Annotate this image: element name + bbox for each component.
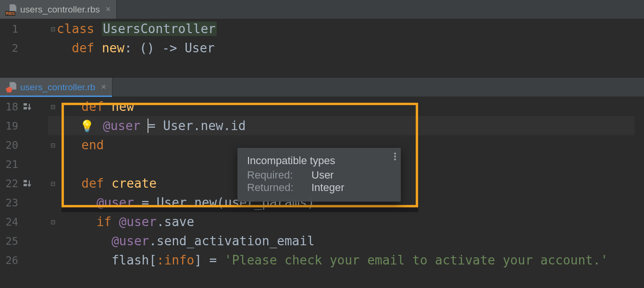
svg-rect-1 <box>24 107 27 109</box>
code-token: :info <box>157 253 194 267</box>
code-token: .send_activation_email <box>149 234 314 248</box>
code-token <box>66 215 97 229</box>
code-token: def <box>72 41 102 55</box>
code-token: = User.new.id <box>148 119 246 133</box>
code-line[interactable]: 2 def new: () -> User <box>0 38 644 58</box>
fold-toggle[interactable]: ⊟ <box>49 179 57 188</box>
tab-filename: users_controller.rbs <box>20 4 100 15</box>
code-token: : () -> User <box>124 41 215 55</box>
code-content[interactable]: def create <box>57 176 157 191</box>
code-token: def <box>81 99 111 114</box>
editor-pane-rb: users_controller.rb × Incompatible types… <box>0 78 644 269</box>
code-token: @user <box>119 215 157 229</box>
code-token <box>66 99 81 114</box>
navigate-down-icon[interactable] <box>23 179 33 188</box>
code-token: create <box>111 176 157 191</box>
code-token: @user <box>103 119 140 133</box>
fold-toggle[interactable]: ⊟ <box>49 102 57 111</box>
line-number: 20 <box>0 139 21 151</box>
code-token: class <box>57 22 102 36</box>
code-content[interactable]: @user.send_activation_email <box>57 234 315 248</box>
line-number: 18 <box>0 101 21 113</box>
fold-toggle[interactable]: ⊟ <box>49 24 57 34</box>
code-editor-bottom[interactable]: Incompatible types Required: User Return… <box>0 97 644 270</box>
type-error-tooltip: Incompatible types Required: User Return… <box>237 148 401 202</box>
tooltip-returned-value: Integer <box>311 181 345 194</box>
tooltip-returned-label: Returned: <box>247 181 305 194</box>
code-token <box>66 176 81 191</box>
code-token: 'Please check your email to activate you… <box>224 253 608 267</box>
gutter-icons <box>21 102 49 111</box>
code-token <box>66 234 111 248</box>
line-number: 19 <box>0 120 21 132</box>
code-token <box>66 195 97 210</box>
gutter-icons <box>21 179 49 188</box>
tab-rb[interactable]: users_controller.rb × <box>0 78 112 96</box>
code-token: end <box>81 138 104 152</box>
tab-bar-top: users_controller.rbs × <box>0 0 644 19</box>
close-icon[interactable]: × <box>106 4 111 14</box>
line-number: 1 <box>0 23 21 35</box>
code-line[interactable]: 24⊟ if @user.save <box>0 212 644 231</box>
code-token: .save <box>157 215 194 229</box>
code-content[interactable]: if @user.save <box>57 215 194 229</box>
code-content[interactable]: class UsersController <box>57 22 217 36</box>
code-content[interactable]: def new: () -> User <box>57 41 215 55</box>
tab-filename: users_controller.rb <box>20 82 95 93</box>
tab-rbs[interactable]: users_controller.rbs × <box>0 0 117 19</box>
code-content[interactable]: def new <box>57 99 134 114</box>
code-token <box>140 119 148 133</box>
svg-rect-0 <box>24 103 27 106</box>
intention-bulb-icon[interactable]: 💡 <box>80 120 94 133</box>
code-editor-top[interactable]: 1⊟class UsersController2 def new: () -> … <box>0 19 644 58</box>
tooltip-required-value: User <box>311 169 334 181</box>
close-icon[interactable]: × <box>101 82 106 92</box>
line-number: 23 <box>0 197 21 209</box>
code-token: ] = <box>194 253 224 267</box>
code-token <box>57 41 72 55</box>
line-number: 26 <box>0 254 21 266</box>
tab-bar-bottom: users_controller.rb × <box>0 78 644 97</box>
line-number: 2 <box>0 42 21 54</box>
fold-toggle[interactable]: ⊟ <box>49 217 57 227</box>
code-token: def <box>81 176 111 191</box>
navigate-down-icon[interactable] <box>23 102 33 111</box>
editor-pane-rbs: users_controller.rbs × 1⊟class UsersCont… <box>0 0 644 78</box>
code-token: new <box>102 41 124 55</box>
svg-rect-2 <box>24 180 27 182</box>
code-content[interactable]: end <box>57 138 104 152</box>
code-token: new <box>111 99 134 114</box>
code-line[interactable]: 1⊟class UsersController <box>0 19 644 38</box>
code-token <box>66 138 81 152</box>
rbs-file-icon <box>6 4 16 15</box>
code-token: flash[ <box>66 253 157 267</box>
svg-rect-3 <box>24 184 27 186</box>
code-line[interactable]: 26 flash[:info] = 'Please check your ema… <box>0 251 644 270</box>
line-number: 22 <box>0 178 21 190</box>
rb-file-icon <box>6 82 16 93</box>
fold-toggle[interactable]: ⊟ <box>49 141 57 150</box>
code-token: @user <box>111 234 149 248</box>
code-line[interactable]: 19💡@user = User.new.id <box>0 116 644 135</box>
code-line[interactable]: 18⊟ def new <box>0 97 644 116</box>
kebab-menu-icon[interactable] <box>394 153 396 160</box>
code-token: @user <box>97 195 134 210</box>
code-content[interactable]: 💡@user = User.new.id <box>57 119 246 133</box>
line-number: 25 <box>0 235 21 247</box>
code-token: if <box>97 215 119 229</box>
tooltip-required-label: Required: <box>247 169 305 181</box>
code-line[interactable]: 25 @user.send_activation_email <box>0 231 644 251</box>
line-number: 21 <box>0 158 21 170</box>
code-content[interactable]: flash[:info] = 'Please check your email … <box>57 253 608 267</box>
line-number: 24 <box>0 216 21 228</box>
tooltip-title: Incompatible types <box>247 155 391 167</box>
code-token: UsersController <box>102 22 217 36</box>
